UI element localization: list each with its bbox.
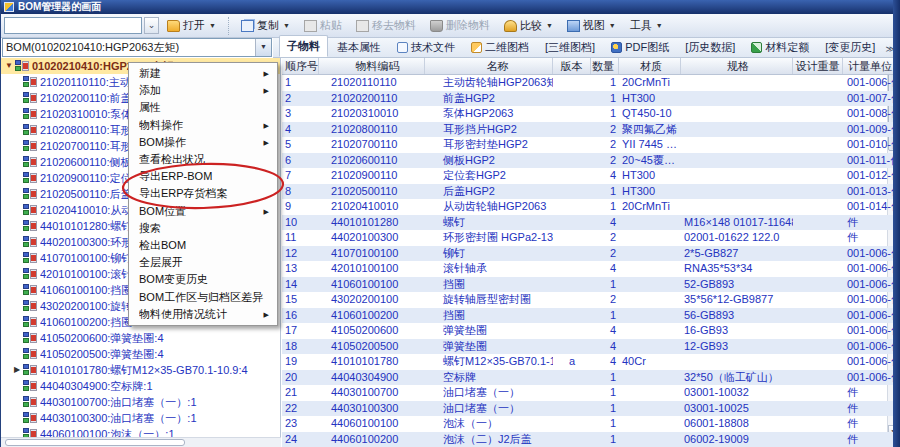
menu-item-BOM位置[interactable]: BOM位置 ▶ xyxy=(129,203,277,220)
table-row[interactable]: 321020310010泵体HGP20631QT450-10001-008-件- xyxy=(282,106,894,122)
table-row[interactable]: 2444060100200泡沫（二）J2后盖106002-19009件 xyxy=(282,432,894,447)
cell: 1 xyxy=(591,385,619,401)
cell: 35*56*12-GB9877 xyxy=(681,292,793,308)
column-header-名称[interactable]: 名称 xyxy=(425,58,553,74)
cell xyxy=(793,339,843,355)
table-row[interactable]: 1441060100100挡圈152-GB893001-006-件- xyxy=(282,277,894,293)
tab-变更历史[interactable]: [变更历史] xyxy=(818,37,882,57)
table-row[interactable]: 421020800110耳形挡片HGP22聚四氟乙烯001-009-件- xyxy=(282,122,894,138)
tab-PDF图纸[interactable]: PDF图纸 xyxy=(604,37,676,57)
table-row[interactable]: 1641060100200挡圈156-GB893001-006-件- xyxy=(282,308,894,324)
chevron-down-icon[interactable]: ⌄ xyxy=(144,17,159,34)
table-row[interactable]: 621020600110侧板HGP2220~45覆粉末冶...001-011-件… xyxy=(282,153,894,169)
quick-search-input[interactable] xyxy=(4,17,142,34)
table-row[interactable]: 1241070100100铆钉22*5-GB827001-006-件- xyxy=(282,246,894,262)
column-header-物料编码[interactable]: 物料编码 xyxy=(319,58,425,74)
menu-item-检出BOM[interactable]: 检出BOM xyxy=(129,237,277,254)
tab-三维图档[interactable]: [三维图档] xyxy=(538,37,602,57)
cell xyxy=(553,261,591,277)
cell: 001-013-件- xyxy=(843,184,894,200)
column-header-设计重量[interactable]: 设计重量 xyxy=(793,58,843,74)
table-row[interactable]: 521020700110耳形密封垫HGP22YII 7445 HG/25...0… xyxy=(282,137,894,153)
tree-horizontal-scrollbar[interactable] xyxy=(1,437,281,447)
scrollbar-thumb[interactable] xyxy=(5,439,185,446)
menu-item-添加[interactable]: 添加 ▶ xyxy=(129,82,277,99)
menu-item-导出ERP存货档案[interactable]: 导出ERP存货档案 xyxy=(129,185,277,202)
column-header-计量单位[interactable]: 计量单位 xyxy=(843,58,894,74)
table-row[interactable]: 1741050200600弹簧垫圈416-GB93001-006-件- xyxy=(282,323,894,339)
toolbar-button: 粘贴 xyxy=(298,16,348,36)
menu-item-物料使用情况统计[interactable]: 物料使用情况统计 ▶ xyxy=(129,306,277,323)
table-row[interactable]: 1144020100300环形密封圈 HGPa2-13202001-01622 … xyxy=(282,230,894,246)
toolbar-button[interactable]: 复制 ▼ xyxy=(235,16,296,36)
cell: 1 xyxy=(591,370,619,386)
tree-item[interactable]: 44040304900:空标牌:1 xyxy=(1,378,280,394)
cell xyxy=(793,153,843,169)
tab-历史数据[interactable]: [历史数据] xyxy=(678,37,742,57)
tab-二维图档[interactable]: 二维图档 xyxy=(464,37,536,57)
cell xyxy=(619,308,681,324)
tab-子物料[interactable]: 子物料 xyxy=(279,35,328,57)
toolbar-button[interactable]: 视图 ▼ xyxy=(561,16,622,36)
table-row[interactable]: 1841050200500弹簧垫圈412-GB93001-006-件- xyxy=(282,339,894,355)
table-row[interactable]: 1543020200100旋转轴唇型密封圈235*56*12-GB9877001… xyxy=(282,292,894,308)
tree-item[interactable]: 41050200500:弹簧垫圈:4 xyxy=(1,346,280,362)
table-row[interactable]: 821020500110后盖HGP21HT300001-013-件- xyxy=(282,184,894,200)
menu-item-BOM变更历史[interactable]: BOM变更历史 xyxy=(129,271,277,288)
column-header-材质[interactable]: 材质 xyxy=(619,58,681,74)
bom-selector-combobox[interactable]: BOM(01020210410:HGP2063左矩) ▼ xyxy=(2,38,272,57)
combo-dropdown-icon[interactable]: ▼ xyxy=(255,39,271,56)
menu-item-导出ERP-BOM[interactable]: 导出ERP-BOM xyxy=(129,168,277,185)
column-header-规格[interactable]: 规格 xyxy=(681,58,793,74)
menu-item-属性[interactable]: 属性 xyxy=(129,99,277,116)
tree-item[interactable]: 44030100300:油口堵塞（一）:1 xyxy=(1,410,280,426)
tree-item[interactable]: 44030100700:油口堵塞（一）:1 xyxy=(1,394,280,410)
part-icon xyxy=(15,60,29,72)
cell xyxy=(619,215,681,231)
menu-item-BOM工作区与归档区差异[interactable]: BOM工作区与归档区差异 xyxy=(129,288,277,305)
table-row[interactable]: 2244030100300油口堵塞（一）103001-10025件 xyxy=(282,401,894,417)
table-row[interactable]: 2144030100700油口堵塞（一）103001-10032件 xyxy=(282,385,894,401)
tree-item[interactable]: 41050200600:弹簧垫圈:4 xyxy=(1,330,280,346)
table-row[interactable]: 2044040304900空标牌132*50（临工矿山）001-006-件- xyxy=(282,370,894,386)
menu-item-查看检出状况[interactable]: 查看检出状况 xyxy=(129,151,277,168)
tab-基本属性[interactable]: 基本属性 xyxy=(330,37,388,57)
cell: 挡圈 xyxy=(425,308,553,324)
cell xyxy=(553,416,591,432)
cell: 滚针轴承 xyxy=(425,261,553,277)
window-title: BOM管理器的画面 xyxy=(18,0,101,14)
toolbar-button[interactable]: 工具 ▼ xyxy=(624,16,669,36)
expander-icon[interactable]: ▼ xyxy=(3,58,15,74)
menu-item-新建[interactable]: 新建 ▶ xyxy=(129,65,277,82)
tree-item[interactable]: ▶ 41010101780:螺钉M12×35-GB70.1-10.9:4 xyxy=(1,362,280,378)
toolbar-button[interactable]: 比较 ▼ xyxy=(498,16,559,36)
menu-item-label: BOM操作 xyxy=(139,134,264,151)
toolbar-button-label: 打开 xyxy=(183,18,205,33)
column-header-数量[interactable]: 数量 xyxy=(591,58,619,74)
table-row[interactable]: 221020200110前盖HGP21HT300001-007-件- xyxy=(282,91,894,107)
menu-item-搜索[interactable]: 搜索 xyxy=(129,220,277,237)
table-row[interactable]: 921020410010从动齿轮轴HGP2063120CrMnTi001-014… xyxy=(282,199,894,215)
table-row[interactable]: 121020110110主动齿轮轴HGP2063矩（A）120CrMnTi001… xyxy=(282,75,894,91)
table-row[interactable]: 2344060100100泡沫（一）106001-18808件 xyxy=(282,416,894,432)
toolbar-button[interactable]: 打开 ▼ xyxy=(161,16,222,36)
column-header-顺序号[interactable]: 顺序号 xyxy=(282,58,319,74)
cell xyxy=(619,385,681,401)
tree-item[interactable]: 44060100100:泡沫（一）:1 xyxy=(1,426,280,437)
table-row[interactable]: 1941010101780螺钉M12×35-GB70.1-10.9a440Cr0… xyxy=(282,354,894,370)
table-row[interactable]: 1044010101280螺钉4M16×148 01017-11648件 xyxy=(282,215,894,231)
cell xyxy=(793,91,843,107)
cell: 主动齿轮轴HGP2063矩（A） xyxy=(425,75,553,91)
cell: 44030100300 xyxy=(319,401,425,417)
menu-item-BOM操作[interactable]: BOM操作 ▶ xyxy=(129,134,277,151)
tab-材料定额[interactable]: 材料定额 xyxy=(744,37,816,57)
cell: 耳形密封垫HGP2 xyxy=(425,137,553,153)
expander-icon[interactable]: ▶ xyxy=(11,362,23,378)
menu-item-物料操作[interactable]: 物料操作 ▶ xyxy=(129,117,277,134)
tab-技术文件[interactable]: 技术文件 xyxy=(390,37,462,57)
table-row[interactable]: 721020900110定位套HGP24HT300001-012-件- xyxy=(282,168,894,184)
table-row[interactable]: 1342010100100滚针轴承4RNA35*53*34001-006-件- xyxy=(282,261,894,277)
column-header-版本[interactable]: 版本 xyxy=(553,58,591,74)
menu-item-全层展开[interactable]: 全层展开 xyxy=(129,254,277,271)
toolbar-button: 删除物料 xyxy=(424,16,496,36)
